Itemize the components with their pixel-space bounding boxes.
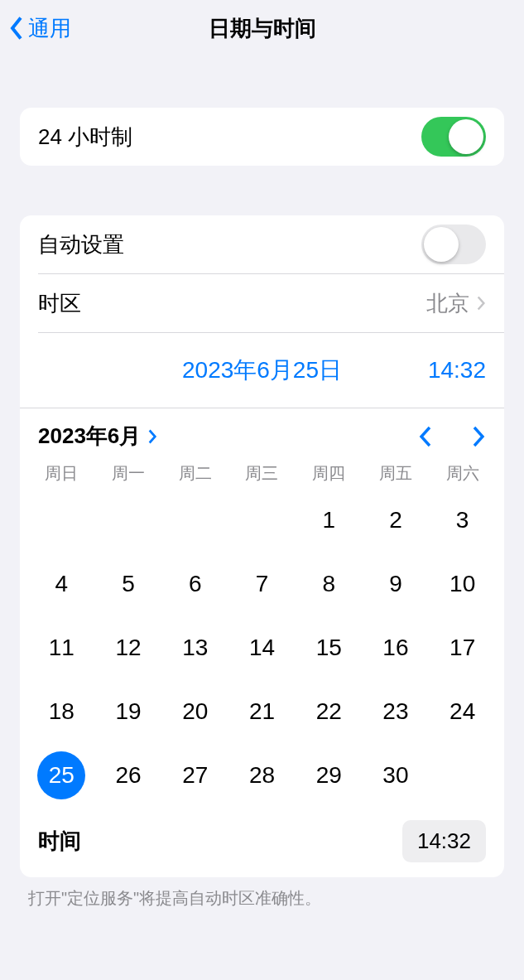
calendar-day-number: 28 [238,751,286,799]
label-auto-set: 自动设置 [38,230,124,259]
calendar-day[interactable]: 23 [363,679,430,743]
calendar-day[interactable]: 4 [28,552,95,616]
calendar-day[interactable]: 5 [95,552,162,616]
switch-knob [449,119,483,154]
calendar-day[interactable]: 14 [228,616,296,679]
calendar-day-number: 10 [439,560,487,608]
calendar-day-number: 17 [439,624,487,672]
label-24-hour: 24 小时制 [38,123,132,152]
calendar-day[interactable]: 11 [28,616,95,679]
calendar-day-number: 25 [37,751,85,799]
calendar-day-number: 22 [305,688,353,736]
calendar-day[interactable]: 2 [363,488,430,552]
calendar-day[interactable]: 6 [161,552,228,616]
footnote: 打开"定位服务"将提高自动时区准确性。 [28,887,496,910]
calendar-day[interactable]: 19 [95,679,162,743]
calendar-day-number: 27 [171,751,219,799]
calendar-day[interactable]: 12 [95,616,162,679]
calendar-day-number: 26 [104,751,152,799]
calendar-day[interactable]: 10 [429,552,496,616]
prev-month-button[interactable] [418,425,433,448]
weekday-label: 周日 [28,462,95,485]
calendar-day[interactable]: 28 [228,743,296,807]
calendar-day-number: 19 [104,688,152,736]
row-timezone[interactable]: 时区 北京 [20,274,504,332]
calendar-day-number: 20 [171,688,219,736]
calendar-day[interactable]: 1 [296,488,363,552]
calendar-day[interactable]: 7 [228,552,296,616]
weekday-label: 周五 [363,462,430,485]
label-time: 时间 [38,827,81,856]
row-time: 时间 14:32 [20,813,504,877]
calendar-day-number: 24 [439,688,487,736]
calendar-day-number: 12 [104,624,152,672]
calendar-empty-cell [161,488,228,552]
row-24-hour: 24 小时制 [20,108,504,166]
switch-24-hour[interactable] [421,117,486,157]
month-label: 2023年6月 [38,422,141,451]
calendar-day[interactable]: 15 [296,616,363,679]
calendar-day[interactable]: 26 [95,743,162,807]
next-month-button[interactable] [471,425,486,448]
calendar-day-number: 8 [305,560,353,608]
value-timezone: 北京 [426,289,469,318]
calendar-day-number: 5 [104,560,152,608]
back-button[interactable]: 通用 [8,0,71,56]
calendar-day[interactable]: 3 [429,488,496,552]
group-24-hour: 24 小时制 [20,108,504,166]
calendar-day[interactable]: 24 [429,679,496,743]
weekday-label: 周二 [161,462,228,485]
calendar-day-number: 16 [372,624,420,672]
calendar-day-number: 15 [305,624,353,672]
calendar-day-number: 30 [372,751,420,799]
selected-time-display[interactable]: 14:32 [428,357,486,384]
weekday-label: 周四 [296,462,363,485]
calendar-day-number: 13 [171,624,219,672]
month-picker[interactable]: 2023年6月 [38,422,157,451]
calendar-day[interactable]: 27 [161,743,228,807]
header: 通用 日期与时间 [0,0,524,56]
calendar-day[interactable]: 18 [28,679,95,743]
calendar-day-number: 2 [372,496,420,544]
switch-knob [424,227,459,262]
switch-auto-set[interactable] [421,224,486,264]
calendar-day-number: 1 [305,496,353,544]
calendar-empty-cell [228,488,296,552]
calendar-empty-cell [95,488,162,552]
calendar-day-number: 14 [238,624,286,672]
calendar-day-number: 7 [238,560,286,608]
calendar-grid: 1234567891011121314151617181920212223242… [20,488,504,813]
calendar-header: 2023年6月 [20,408,504,457]
weekday-label: 周一 [95,462,162,485]
label-timezone: 时区 [38,289,81,318]
calendar-day[interactable]: 25 [28,743,95,807]
calendar-day[interactable]: 8 [296,552,363,616]
calendar-day[interactable]: 22 [296,679,363,743]
selected-date-display[interactable]: 2023年6月25日 [182,355,342,386]
time-picker[interactable]: 14:32 [402,820,486,862]
calendar-day[interactable]: 9 [363,552,430,616]
calendar-day[interactable]: 29 [296,743,363,807]
group-datetime: 自动设置 时区 北京 2023年6月25日 14:32 2023年6月 周日周一… [20,215,504,877]
calendar-day[interactable]: 30 [363,743,430,807]
weekday-labels: 周日周一周二周三周四周五周六 [20,457,504,488]
calendar-day-number: 29 [305,751,353,799]
page-title: 日期与时间 [209,14,316,43]
weekday-label: 周六 [429,462,496,485]
calendar-day[interactable]: 16 [363,616,430,679]
calendar-empty-cell [28,488,95,552]
calendar-day[interactable]: 17 [429,616,496,679]
calendar-day[interactable]: 20 [161,679,228,743]
calendar-day-number: 4 [37,560,85,608]
calendar-day-number: 21 [238,688,286,736]
back-label: 通用 [28,14,71,43]
calendar-day-number: 6 [171,560,219,608]
calendar-day[interactable]: 13 [161,616,228,679]
calendar-day-number: 11 [37,624,85,672]
calendar-day-number: 3 [439,496,487,544]
calendar-day-number: 9 [372,560,420,608]
month-nav [418,425,486,448]
row-date-time-display: 2023年6月25日 14:32 [20,333,504,408]
weekday-label: 周三 [228,462,296,485]
calendar-day[interactable]: 21 [228,679,296,743]
